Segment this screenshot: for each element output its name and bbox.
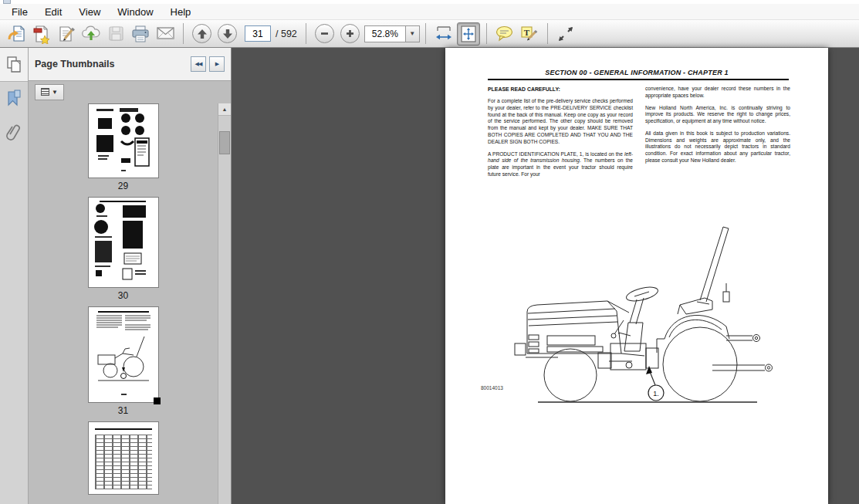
menu-view[interactable]: View — [70, 5, 109, 19]
toolbar-separator — [547, 23, 548, 44]
list-options-icon — [41, 88, 49, 96]
svg-text:T: T — [524, 28, 530, 37]
nav-attachments-tab[interactable] — [0, 116, 28, 150]
collapse-panel-button[interactable]: ◀◀ — [191, 56, 206, 72]
paragraph: For a complete list of the pre-delivery … — [488, 98, 633, 145]
tractor-drawing: 1. 80014013 — [478, 219, 780, 414]
thumbnail-page-31[interactable] — [88, 306, 159, 403]
bookmark-icon — [5, 89, 23, 109]
page-section-header: SECTION 00 - GENERAL INFORMATION - CHAPT… — [445, 69, 828, 76]
menu-bar: File Edit View Window Help — [0, 4, 859, 20]
column-heading: PLEASE READ CAREFULLY: — [488, 86, 633, 93]
page-number-input[interactable] — [245, 25, 271, 42]
sign-document-icon — [56, 24, 76, 44]
thumbnail-preview — [89, 198, 158, 287]
thumbnail-preview — [89, 104, 158, 178]
fit-width-icon — [434, 24, 454, 44]
zoom-level-select[interactable]: 52.8% ▼ — [364, 25, 420, 42]
left-column: PLEASE READ CAREFULLY: For a complete li… — [488, 86, 633, 184]
panel-toolbar: ▼ — [29, 81, 231, 103]
sign-document-button[interactable] — [55, 22, 78, 46]
email-button[interactable] — [154, 22, 177, 46]
document-page: SECTION 00 - GENERAL INFORMATION - CHAPT… — [445, 48, 828, 504]
print-button[interactable] — [129, 22, 152, 46]
thumbnail-list: 29 — [29, 103, 218, 504]
print-icon — [130, 24, 150, 44]
create-pdf-icon — [32, 24, 52, 44]
toolbar-separator — [425, 23, 426, 44]
open-file-button[interactable] — [5, 22, 29, 46]
tractor-figure: 1. 80014013 — [478, 219, 780, 414]
scroll-up-icon[interactable]: ▲ — [218, 103, 231, 116]
chevron-down-icon[interactable]: ▼ — [406, 25, 420, 42]
thumbnail-page-number: 31 — [118, 405, 128, 416]
figure-callout-label: 1. — [653, 390, 659, 397]
thumbnail-options-button[interactable]: ▼ — [35, 84, 64, 100]
expand-panel-button[interactable]: ▶ — [209, 56, 225, 72]
header-rule — [488, 79, 789, 80]
cloud-upload-icon — [81, 24, 101, 44]
email-icon — [155, 23, 176, 44]
toolbar-separator — [306, 23, 306, 44]
toolbar-separator — [486, 23, 487, 44]
text-annotation-icon: T — [519, 23, 539, 44]
text-annotation-button[interactable]: T — [518, 22, 541, 46]
zoom-level-value: 52.8% — [364, 25, 406, 42]
menu-window[interactable]: Window — [109, 5, 161, 19]
minus-icon — [320, 29, 330, 39]
fit-width-button[interactable] — [432, 22, 455, 46]
thumbnail-item-29[interactable]: 29 — [88, 103, 159, 191]
thumbnail-rule — [95, 428, 152, 430]
zoom-in-button[interactable] — [340, 24, 360, 43]
nav-page-thumbnails-tab[interactable] — [0, 48, 28, 82]
comment-button[interactable] — [493, 22, 516, 46]
nav-bookmarks-tab[interactable] — [0, 82, 28, 116]
paragraph: A PRODUCT IDENTIFICATION PLATE, 1, is lo… — [488, 151, 633, 178]
right-column: convenience, have your dealer record the… — [645, 86, 790, 184]
comment-icon — [494, 23, 515, 44]
thumbnail-page-number: 29 — [118, 181, 128, 191]
fullscreen-button[interactable] — [554, 22, 577, 46]
menu-help[interactable]: Help — [162, 5, 200, 19]
paragraph: New Holland North America, Inc. is conti… — [645, 105, 790, 125]
thumbnail-page-29[interactable] — [88, 103, 159, 178]
panel-title: Page Thumbnails — [35, 59, 188, 69]
page-thumbnails-panel: Page Thumbnails ◀◀ ▶ ▼ — [29, 48, 232, 504]
create-pdf-button[interactable] — [30, 22, 53, 46]
thumbnail-item-32[interactable] — [88, 421, 159, 495]
thumbnail-preview — [89, 307, 158, 402]
panel-header: Page Thumbnails ◀◀ ▶ — [29, 48, 231, 81]
scrollbar-thumb[interactable] — [219, 131, 230, 154]
chevron-down-icon: ▼ — [52, 89, 58, 96]
previous-page-button[interactable] — [192, 24, 211, 43]
thumbnail-symbol-grid — [95, 435, 152, 489]
fit-page-icon — [458, 24, 479, 44]
toolbar-separator — [183, 23, 184, 44]
thumbnail-page-32[interactable] — [88, 421, 159, 495]
paragraph: convenience, have your dealer record the… — [645, 86, 790, 100]
fit-page-button[interactable] — [457, 22, 480, 46]
arrow-down-icon — [222, 29, 233, 39]
figure-photo-code: 80014013 — [481, 385, 503, 391]
selected-thumbnail-handle[interactable] — [154, 397, 161, 404]
arrow-up-icon — [197, 29, 208, 39]
cloud-upload-button[interactable] — [79, 22, 103, 46]
thumbnail-item-30[interactable]: 30 — [88, 197, 159, 301]
save-icon — [107, 24, 126, 43]
page-thumbnails-icon — [5, 55, 23, 75]
menu-edit[interactable]: Edit — [36, 5, 70, 19]
open-file-icon — [7, 24, 27, 44]
next-page-button[interactable] — [218, 24, 237, 43]
main-area: Page Thumbnails ◀◀ ▶ ▼ — [0, 48, 859, 504]
thumbnail-item-31[interactable]: 31 — [88, 306, 159, 416]
thumbnail-page-30[interactable] — [88, 197, 159, 288]
thumbnail-scrollbar[interactable]: ▲ — [218, 103, 231, 504]
menu-file[interactable]: File — [3, 5, 36, 19]
fullscreen-icon — [556, 24, 576, 44]
navigation-pane-strip — [0, 48, 29, 504]
zoom-out-button[interactable] — [315, 24, 334, 43]
document-area[interactable]: SECTION 00 - GENERAL INFORMATION - CHAPT… — [232, 48, 859, 504]
thumbnail-page-number: 30 — [118, 290, 128, 301]
save-button[interactable] — [104, 22, 127, 46]
plus-icon — [345, 29, 355, 39]
